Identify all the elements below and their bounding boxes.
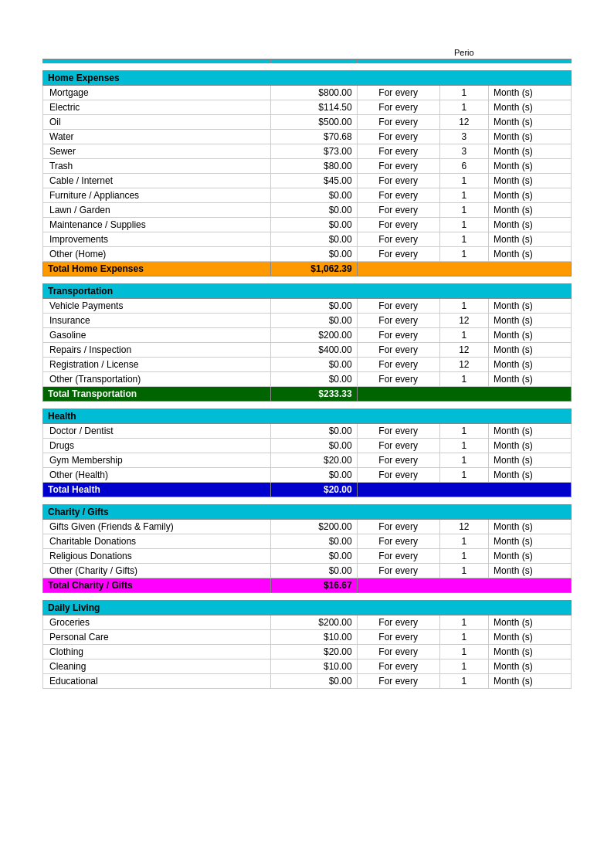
period-cell: Month (s): [488, 232, 571, 247]
amount-cell: $0.00: [271, 218, 358, 232]
table-row: Other (Home) $0.00 For every 1 Month (s): [43, 247, 572, 262]
expense-cell: Drugs: [43, 439, 271, 453]
amount-cell: $200.00: [271, 615, 358, 630]
num-cell: 12: [439, 314, 488, 328]
period-cell: Month (s): [488, 520, 571, 534]
amount-cell: $10.00: [271, 659, 358, 674]
period-cell: Month (s): [488, 564, 571, 578]
period-cell: Month (s): [488, 159, 571, 174]
period-cell: Month (s): [488, 534, 571, 549]
expense-cell: Improvements: [43, 232, 271, 247]
num-cell: 1: [439, 564, 488, 578]
table-row: Insurance $0.00 For every 12 Month (s): [43, 314, 572, 328]
period-cell: Month (s): [488, 299, 571, 314]
table-row: Drugs $0.00 For every 1 Month (s): [43, 439, 572, 453]
table-row: Registration / License $0.00 For every 1…: [43, 358, 572, 372]
table-row: Lawn / Garden $0.00 For every 1 Month (s…: [43, 203, 572, 218]
table-row: Electric $114.50 For every 1 Month (s): [43, 100, 572, 115]
total-row-health: Total Health $20.00: [43, 483, 572, 497]
amount-cell: $0.00: [271, 534, 358, 549]
num-cell: 1: [439, 174, 488, 188]
expense-cell: Trash: [43, 159, 271, 174]
section-header-daily: Daily Living: [43, 601, 572, 615]
num-cell: 1: [439, 328, 488, 343]
num-cell: 3: [439, 144, 488, 159]
period-cell: Month (s): [488, 86, 571, 100]
expense-cell: Lawn / Garden: [43, 203, 271, 218]
expense-cell: Charitable Donations: [43, 534, 271, 549]
expense-cell: Personal Care: [43, 630, 271, 645]
expense-cell: Other (Home): [43, 247, 271, 262]
num-cell: 1: [439, 188, 488, 203]
table-row: Furniture / Appliances $0.00 For every 1…: [43, 188, 572, 203]
time-cell: For every: [357, 520, 439, 534]
num-cell: 12: [439, 115, 488, 130]
time-cell: For every: [357, 203, 439, 218]
total-label: Total Home Expenses: [43, 262, 271, 276]
amount-cell: $200.00: [271, 328, 358, 343]
amount-cell: $0.00: [271, 372, 358, 387]
num-cell: 1: [439, 645, 488, 659]
amount-cell: $73.00: [271, 144, 358, 159]
time-cell: For every: [357, 299, 439, 314]
total-amount: $20.00: [271, 483, 358, 497]
table-row: Oil $500.00 For every 12 Month (s): [43, 115, 572, 130]
period-cell: Month (s): [488, 130, 571, 144]
table-row: Charitable Donations $0.00 For every 1 M…: [43, 534, 572, 549]
table-row: Religious Donations $0.00 For every 1 Mo…: [43, 549, 572, 564]
table-row: Personal Care $10.00 For every 1 Month (…: [43, 630, 572, 645]
table-row: Mortgage $800.00 For every 1 Month (s): [43, 86, 572, 100]
amount-cell: $20.00: [271, 453, 358, 468]
table-row: Vehicle Payments $0.00 For every 1 Month…: [43, 299, 572, 314]
period-cell: Month (s): [488, 174, 571, 188]
section-header-transportation: Transportation: [43, 284, 572, 299]
num-cell: 1: [439, 630, 488, 645]
num-cell: 3: [439, 130, 488, 144]
time-cell: For every: [357, 659, 439, 674]
time-cell: For every: [357, 534, 439, 549]
amount-cell: $400.00: [271, 343, 358, 358]
period-cell: Month (s): [488, 630, 571, 645]
expense-cell: Educational: [43, 674, 271, 689]
period-cell: Month (s): [488, 453, 571, 468]
time-cell: For every: [357, 174, 439, 188]
time-cell: For every: [357, 468, 439, 483]
period-cell: Month (s): [488, 328, 571, 343]
expense-cell: Repairs / Inspection: [43, 343, 271, 358]
expense-cell: Cleaning: [43, 659, 271, 674]
section-label-home: Home Expenses: [43, 71, 572, 86]
period-cell: Month (s): [488, 615, 571, 630]
table-row: Sewer $73.00 For every 3 Month (s): [43, 144, 572, 159]
table-row: Improvements $0.00 For every 1 Month (s): [43, 232, 572, 247]
amount-cell: $0.00: [271, 314, 358, 328]
amount-cell: $70.68: [271, 130, 358, 144]
amount-cell: $45.00: [271, 174, 358, 188]
time-cell: For every: [357, 328, 439, 343]
num-cell: 1: [439, 372, 488, 387]
budget-table: Perio Home Expenses Mortgage $800.00 For…: [42, 46, 572, 689]
num-cell: 1: [439, 439, 488, 453]
expense-cell: Oil: [43, 115, 271, 130]
time-cell: For every: [357, 358, 439, 372]
table-row: Water $70.68 For every 3 Month (s): [43, 130, 572, 144]
num-cell: 1: [439, 424, 488, 439]
expense-cell: Electric: [43, 100, 271, 115]
amount-cell: $10.00: [271, 630, 358, 645]
period-cell: Month (s): [488, 372, 571, 387]
table-row: Repairs / Inspection $400.00 For every 1…: [43, 343, 572, 358]
table-row: Other (Health) $0.00 For every 1 Month (…: [43, 468, 572, 483]
amount-cell: $0.00: [271, 674, 358, 689]
amount-cell: $0.00: [271, 299, 358, 314]
section-label-daily: Daily Living: [43, 601, 572, 615]
expense-cell: Cable / Internet: [43, 174, 271, 188]
period-cell: Month (s): [488, 100, 571, 115]
amount-cell: $800.00: [271, 86, 358, 100]
section-header-health: Health: [43, 409, 572, 424]
amount-cell: $0.00: [271, 549, 358, 564]
section-label-charity: Charity / Gifts: [43, 505, 572, 520]
num-cell: 6: [439, 159, 488, 174]
table-row: Gym Membership $20.00 For every 1 Month …: [43, 453, 572, 468]
expense-cell: Maintenance / Supplies: [43, 218, 271, 232]
time-cell: For every: [357, 549, 439, 564]
expense-cell: Registration / License: [43, 358, 271, 372]
